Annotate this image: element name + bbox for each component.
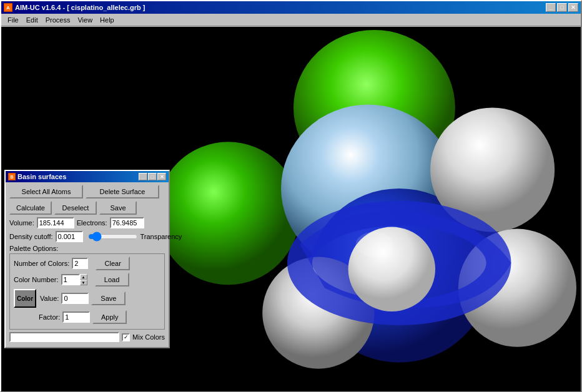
maximize-button[interactable]: □ [557, 3, 567, 12]
color-number-label: Color Number: [14, 276, 59, 283]
color-swatch-button[interactable]: Color [14, 289, 36, 308]
dialog-content: Select All Atoms Delete Surface Calculat… [6, 182, 169, 347]
row-density: Density cutoff: Transparency [9, 231, 165, 242]
select-all-atoms-button[interactable]: Select All Atoms [9, 185, 83, 198]
main-window: A AIM-UC v1.6.4 - [ cisplatino_allelec.g… [0, 0, 582, 392]
transparency-slider[interactable] [88, 232, 138, 242]
density-cutoff-input[interactable] [56, 231, 83, 242]
volume-label: Volume: [9, 219, 34, 227]
transparency-label: Transparency [141, 233, 182, 240]
save-top-button[interactable]: Save [99, 201, 137, 215]
spinner-arrows: ▲ ▼ [80, 274, 87, 285]
row-select-delete: Select All Atoms Delete Surface [9, 185, 165, 198]
main-title-bar: A AIM-UC v1.6.4 - [ cisplatino_allelec.g… [1, 1, 581, 14]
dialog-close-btn[interactable]: ✕ [157, 173, 166, 180]
menu-process[interactable]: Process [42, 15, 74, 25]
svg-point-2 [157, 142, 300, 285]
color-number-spinner: ▲ ▼ [61, 274, 87, 285]
svg-point-10 [356, 232, 393, 257]
menu-bar: File Edit Process View Help [1, 14, 581, 26]
factor-label: Factor: [39, 313, 60, 321]
spinner-up-arrow[interactable]: ▲ [80, 274, 87, 280]
density-cutoff-label: Density cutoff: [9, 233, 53, 240]
delete-surface-button[interactable]: Delete Surface [86, 185, 159, 198]
dialog-title-buttons: _ □ ✕ [139, 173, 166, 180]
row-num-colors: Number of Colors: Clear [14, 257, 160, 270]
menu-file[interactable]: File [4, 15, 22, 25]
close-button[interactable]: ✕ [568, 3, 578, 12]
value-label: Value: [40, 295, 59, 302]
main-title: AIM-UC v1.6.4 - [ cisplatino_allelec.grb… [15, 4, 145, 11]
value-input[interactable] [61, 293, 89, 304]
num-colors-input[interactable] [72, 258, 88, 269]
dialog-icon: B [8, 173, 16, 180]
num-colors-label: Number of Colors: [14, 260, 69, 267]
row-color-number: Color Number: ▲ ▼ Load [14, 273, 160, 287]
row-calculate: Calculate Deselect Save [9, 201, 165, 215]
mix-colors-checkbox[interactable]: ✓ [122, 333, 130, 341]
minimize-button[interactable]: _ [546, 3, 556, 12]
electrons-input[interactable] [110, 217, 144, 228]
menu-edit[interactable]: Edit [22, 15, 42, 25]
row-volume: Volume: Electrons: [9, 217, 165, 228]
row-factor: Factor: Apply [14, 310, 160, 324]
dialog-title-text: Basin surfaces [17, 173, 66, 180]
menu-help[interactable]: Help [96, 15, 118, 25]
volume-input[interactable] [37, 217, 74, 228]
palette-options-label: Palette Options: [9, 245, 58, 252]
basin-surfaces-dialog: B Basin surfaces _ □ ✕ Select All Atoms … [4, 170, 170, 348]
mix-colors-label: Mix Colors [132, 333, 165, 341]
spinner-down-arrow[interactable]: ▼ [80, 280, 87, 285]
title-bar-left: A AIM-UC v1.6.4 - [ cisplatino_allelec.g… [4, 3, 145, 12]
menu-view[interactable]: View [74, 15, 96, 25]
row-color-value: Color Value: Save [14, 289, 160, 308]
calculate-button[interactable]: Calculate [9, 201, 52, 215]
palette-group: Palette Options: Number of Colors: Clear… [9, 245, 165, 330]
load-button[interactable]: Load [95, 273, 129, 287]
dialog-title-bar: B Basin surfaces _ □ ✕ [6, 171, 169, 182]
title-buttons: _ □ ✕ [546, 3, 578, 12]
dialog-title-left: B Basin surfaces [8, 173, 66, 180]
dialog-maximize-btn[interactable]: □ [148, 173, 157, 180]
color-swatch-label: Color [17, 295, 33, 302]
row-status: ✓ Mix Colors [9, 332, 165, 342]
clear-button[interactable]: Clear [96, 257, 130, 270]
factor-input[interactable] [62, 311, 90, 323]
apply-button[interactable]: Apply [92, 310, 127, 324]
deselect-button[interactable]: Deselect [54, 201, 97, 215]
electrons-label: Electrons: [77, 219, 107, 227]
status-input [9, 332, 119, 342]
palette-box: Number of Colors: Clear Color Number: ▲ … [9, 253, 165, 330]
color-number-input[interactable] [61, 274, 80, 285]
dialog-minimize-btn[interactable]: _ [139, 173, 147, 180]
app-icon: A [4, 3, 12, 12]
save-bottom-button[interactable]: Save [91, 292, 126, 305]
